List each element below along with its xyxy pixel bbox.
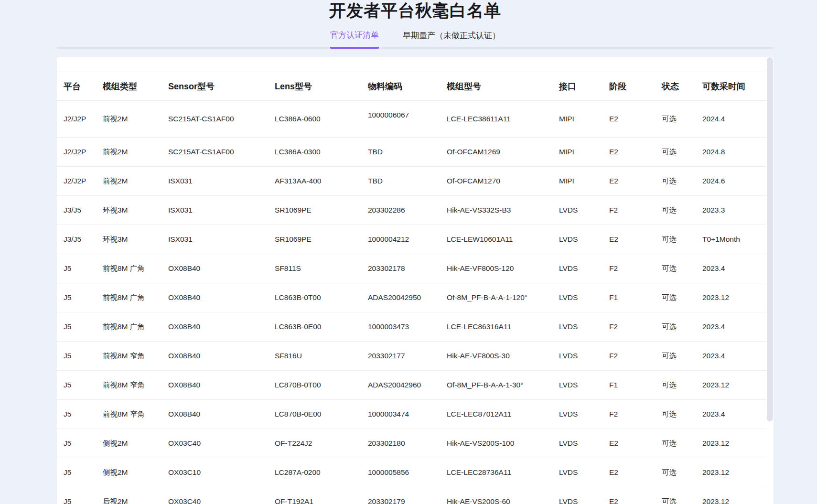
table-cell: Of-OFCAM1269 [440, 138, 552, 167]
table-cell: 前视8M 窄角 [96, 342, 161, 371]
table-row: J3/J5环视3MISX031SR1069PE203302286Hik-AE-V… [57, 196, 766, 225]
table-row: J5前视8M 广角OX08B40LC863B-0T00ADAS20042950O… [57, 283, 766, 312]
table-cell: LCE-LEC87012A11 [440, 400, 552, 429]
table-cell: LC386A-0600 [268, 101, 361, 138]
table-cell: F1 [602, 283, 655, 312]
table-cell: E2 [602, 487, 655, 504]
table-cell: LC870B-0E00 [268, 400, 361, 429]
table-cell: 前视2M [96, 167, 161, 196]
table-cell: 侧视2M [96, 458, 161, 487]
column-header: 模组类型 [96, 72, 161, 101]
table-cell: OX08B40 [161, 371, 268, 400]
table-cell: Hik-AE-VS200S-100 [440, 429, 552, 458]
table-cell: MIPI [552, 167, 602, 196]
table-cell: LVDS [552, 371, 602, 400]
column-header: 阶段 [602, 72, 655, 101]
table-cell: 203302177 [361, 342, 440, 371]
column-header: 接口 [552, 72, 602, 101]
table-cell: F1 [602, 371, 655, 400]
table-cell: F2 [602, 254, 655, 283]
table-cell: OF-T192A1 [268, 487, 361, 504]
table-row: J2/J2P前视2MSC215AT-CS1AF00LC386A-06001000… [57, 101, 766, 138]
table-cell: 可选 [655, 342, 696, 371]
table-cell: OF-T224J2 [268, 429, 361, 458]
table-cell: E2 [602, 167, 655, 196]
table-cell: 后视2M [96, 487, 161, 504]
table-cell: ISX031 [161, 167, 268, 196]
table-cell: SR1069PE [268, 196, 361, 225]
table-cell: 可选 [655, 458, 696, 487]
table-cell: 可选 [655, 196, 696, 225]
table-cell: E2 [602, 101, 655, 138]
table-cell: 前视8M 广角 [96, 283, 161, 312]
table-cell: SF811S [268, 254, 361, 283]
table-cell: 前视2M [96, 138, 161, 167]
table-cell: LVDS [552, 342, 602, 371]
table-cell: J5 [57, 458, 96, 487]
table-cell: LCE-LEW10601A11 [440, 225, 552, 254]
table-cell: AF313AA-400 [268, 167, 361, 196]
table-cell: 前视2M [96, 101, 161, 138]
table-cell: LVDS [552, 254, 602, 283]
table-panel: 平台模组类型Sensor型号Lens型号物料编码模组型号接口阶段状态可数采时间 … [57, 57, 774, 504]
column-header: Lens型号 [268, 72, 361, 101]
table-cell: SF816U [268, 342, 361, 371]
table-cell: 2023.4 [696, 400, 766, 429]
table-cell: 1000006067 [361, 101, 440, 138]
table-cell: 侧视2M [96, 429, 161, 458]
table-row: J2/J2P前视2MSC215AT-CS1AF00LC386A-0300TBDO… [57, 138, 766, 167]
table-cell: Of-8M_PF-B-A-A-1-120° [440, 283, 552, 312]
table-cell: J2/J2P [57, 167, 96, 196]
table-cell: 2023.12 [696, 371, 766, 400]
table-cell: TBD [361, 138, 440, 167]
tab-official-list[interactable]: 官方认证清单 [330, 30, 379, 49]
tab-early-production[interactable]: 早期量产（未做正式认证） [403, 31, 500, 47]
table-cell: LVDS [552, 429, 602, 458]
table-cell: 203302178 [361, 254, 440, 283]
table-cell: 1000005856 [361, 458, 440, 487]
table-cell: Hik-AE-VF800S-30 [440, 342, 552, 371]
column-header: 模组型号 [440, 72, 552, 101]
table-cell: ISX031 [161, 225, 268, 254]
table-cell: LC863B-0E00 [268, 312, 361, 342]
whitelist-table: 平台模组类型Sensor型号Lens型号物料编码模组型号接口阶段状态可数采时间 … [57, 72, 766, 504]
table-cell: Of-OFCAM1270 [440, 167, 552, 196]
table-cell: OX03C10 [161, 458, 268, 487]
table-cell: 2023.4 [696, 254, 766, 283]
table-cell: ADAS20042950 [361, 283, 440, 312]
table-cell: 可选 [655, 225, 696, 254]
table-cell: LVDS [552, 196, 602, 225]
table-cell: J5 [57, 312, 96, 342]
table-cell: 可选 [655, 138, 696, 167]
table-cell: 环视3M [96, 196, 161, 225]
table-cell: 203302179 [361, 487, 440, 504]
table-cell: LCE-LEC28736A11 [440, 458, 552, 487]
table-cell: E2 [602, 458, 655, 487]
table-cell: LCE-LEC38611A11 [440, 101, 552, 138]
table-cell: E2 [602, 138, 655, 167]
table-cell: 前视8M 广角 [96, 312, 161, 342]
table-cell: 2023.4 [696, 312, 766, 342]
table-cell: OX08B40 [161, 283, 268, 312]
table-cell: J5 [57, 429, 96, 458]
table-cell: J3/J5 [57, 225, 96, 254]
table-cell: Of-8M_PF-B-A-A-1-30° [440, 371, 552, 400]
table-row: J2/J2P前视2MISX031AF313AA-400TBDOf-OFCAM12… [57, 167, 766, 196]
table-cell: E2 [602, 225, 655, 254]
table-cell: 可选 [655, 429, 696, 458]
table-cell: LC870B-0T00 [268, 371, 361, 400]
table-row: J5前视8M 窄角OX08B40SF816U203302177Hik-AE-VF… [57, 342, 766, 371]
vertical-scrollbar-thumb[interactable] [767, 57, 773, 421]
table-cell: J3/J5 [57, 196, 96, 225]
table-cell: 可选 [655, 167, 696, 196]
table-cell: Hik-AE-VF800S-120 [440, 254, 552, 283]
tab-bar: 官方认证清单 早期量产（未做正式认证） [57, 27, 774, 49]
table-cell: OX03C40 [161, 487, 268, 504]
table-row: J5前视8M 广角OX08B40LC863B-0E001000003473LCE… [57, 312, 766, 342]
page-header: 开发者平台秋毫白名单 官方认证清单 早期量产（未做正式认证） [57, 0, 774, 57]
table-row: J5侧视2MOX03C10LC287A-02001000005856LCE-LE… [57, 458, 766, 487]
column-header: 状态 [655, 72, 696, 101]
table-cell: 2023.12 [696, 429, 766, 458]
table-row: J5前视8M 窄角OX08B40LC870B-0T00ADAS20042960O… [57, 371, 766, 400]
table-cell: 可选 [655, 101, 696, 138]
